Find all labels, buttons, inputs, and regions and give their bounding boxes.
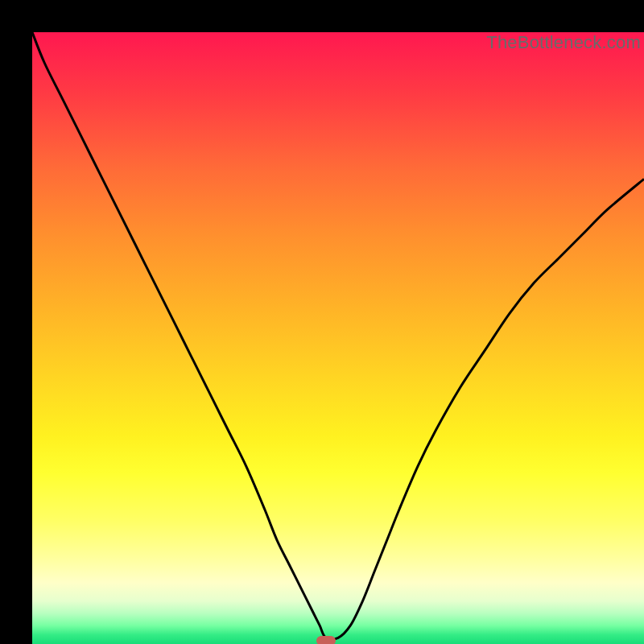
optimum-marker	[316, 636, 336, 644]
watermark-label: TheBottleneck.com	[486, 32, 641, 53]
chart-frame: TheBottleneck.com	[0, 0, 644, 644]
bottleneck-curve	[32, 32, 644, 644]
curve-path	[32, 32, 644, 639]
plot-area: TheBottleneck.com	[32, 32, 644, 644]
